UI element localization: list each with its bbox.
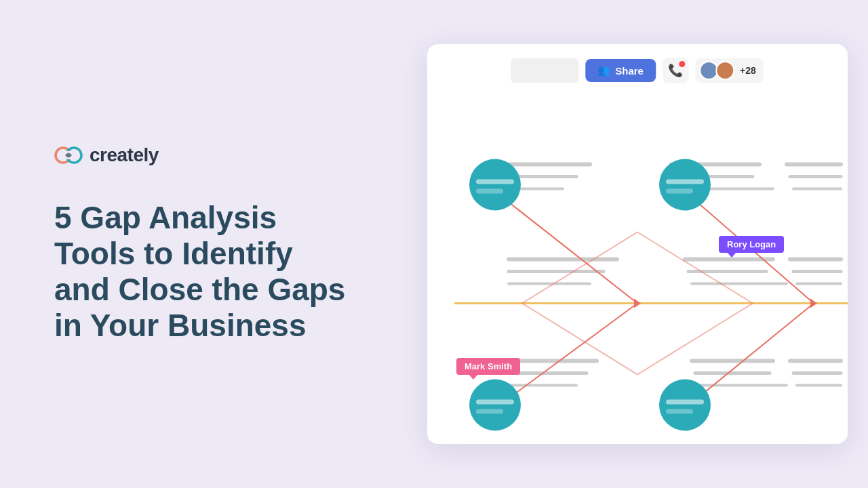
svg-rect-45 [476, 400, 514, 405]
avatars-group[interactable]: +28 [695, 58, 764, 83]
headline-line3: and Close the Gaps [54, 272, 345, 307]
headline: 5 Gap Analysis Tools to Identify and Clo… [54, 200, 366, 344]
svg-point-41 [659, 159, 711, 211]
share-label: Share [615, 65, 644, 77]
logo-area: creately [54, 144, 366, 166]
svg-rect-39 [476, 180, 514, 184]
svg-rect-43 [666, 189, 693, 194]
share-button[interactable]: 👥 Share [585, 59, 656, 82]
svg-rect-40 [476, 189, 503, 194]
call-button[interactable]: 📞 [663, 58, 688, 83]
toolbar: 👥 Share 📞 +28 [511, 58, 764, 83]
svg-point-47 [659, 380, 711, 431]
logo-text: creately [90, 144, 159, 166]
headline-line1: 5 Gap Analysis [54, 200, 277, 235]
tooltip-rory: Rory Logan [719, 236, 784, 253]
avatar-user2 [715, 61, 734, 80]
svg-rect-46 [476, 409, 503, 414]
svg-rect-48 [666, 400, 704, 405]
svg-rect-49 [666, 409, 693, 414]
share-icon: 👥 [597, 64, 610, 77]
headline-line2: Tools to Identify [54, 236, 293, 271]
left-panel: creately 5 Gap Analysis Tools to Identif… [0, 0, 407, 488]
tooltip-mark: Mark Smith [456, 358, 520, 375]
canvas-card: 👥 Share 📞 +28 [427, 44, 848, 444]
call-dot-indicator [679, 61, 685, 67]
avatar-count: +28 [740, 65, 756, 76]
diagram-area: Rory Logan Mark Smith [427, 95, 848, 444]
headline-line4: in Your Business [54, 308, 307, 343]
toolbar-search-bar[interactable] [511, 58, 578, 83]
svg-point-38 [469, 159, 521, 211]
creately-logo-icon [54, 146, 83, 165]
svg-rect-42 [666, 180, 704, 184]
svg-point-44 [469, 380, 521, 431]
right-panel: 👥 Share 📞 +28 [407, 0, 868, 488]
svg-line-31 [495, 192, 637, 304]
diagram-svg [427, 95, 848, 444]
